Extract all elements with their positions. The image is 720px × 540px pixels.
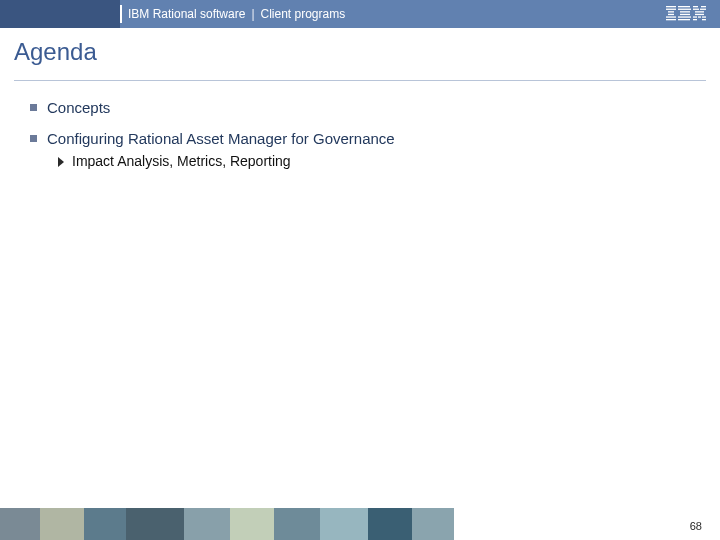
footer-tile [230, 508, 274, 540]
svg-rect-12 [693, 6, 698, 7]
svg-rect-13 [701, 6, 706, 7]
list-item: Concepts [30, 99, 720, 116]
svg-rect-5 [666, 19, 676, 20]
footer-tile [412, 508, 454, 540]
svg-rect-7 [678, 9, 691, 10]
svg-rect-15 [700, 9, 706, 10]
bullet-text: Configuring Rational Asset Manager for G… [47, 130, 395, 147]
header-separator: | [251, 7, 254, 21]
sub-bullet-text: Impact Analysis, Metrics, Reporting [72, 153, 291, 169]
svg-rect-14 [693, 9, 699, 10]
header-section: Client programs [261, 7, 346, 21]
svg-rect-6 [678, 6, 690, 7]
header-divider [120, 5, 122, 23]
square-bullet-icon [30, 104, 37, 111]
svg-rect-9 [680, 14, 690, 15]
list-item: Configuring Rational Asset Manager for G… [30, 130, 720, 147]
svg-rect-10 [678, 16, 691, 17]
footer: 68 [0, 488, 720, 540]
svg-rect-22 [702, 19, 706, 20]
square-bullet-icon [30, 135, 37, 142]
header-accent-block [0, 0, 120, 28]
sub-list-item: Impact Analysis, Metrics, Reporting [58, 153, 720, 169]
content-area: Concepts Configuring Rational Asset Mana… [0, 81, 720, 169]
footer-image-band [0, 508, 720, 540]
page-title: Agenda [0, 28, 720, 66]
page-number: 68 [690, 520, 702, 532]
footer-tile [320, 508, 368, 540]
svg-rect-4 [666, 16, 676, 17]
ibm-logo-icon [666, 6, 706, 26]
footer-tile [40, 508, 84, 540]
svg-rect-8 [680, 11, 690, 12]
svg-rect-19 [698, 16, 701, 17]
footer-tile [368, 508, 412, 540]
svg-rect-11 [678, 19, 690, 20]
footer-tile [274, 508, 320, 540]
bullet-text: Concepts [47, 99, 110, 116]
svg-rect-3 [668, 14, 674, 15]
svg-rect-0 [666, 6, 676, 7]
svg-rect-1 [666, 9, 676, 10]
svg-rect-16 [695, 11, 704, 12]
svg-rect-17 [695, 14, 704, 15]
header-text: IBM Rational software | Client programs [128, 7, 345, 21]
footer-tile [126, 508, 184, 540]
footer-tile [454, 508, 720, 540]
footer-tile [0, 508, 40, 540]
header-brand: IBM Rational software [128, 7, 245, 21]
footer-tile [84, 508, 126, 540]
svg-rect-2 [668, 11, 674, 12]
svg-rect-20 [702, 16, 706, 17]
arrow-bullet-icon [58, 157, 64, 167]
svg-rect-18 [693, 16, 697, 17]
header-bar: IBM Rational software | Client programs [0, 0, 720, 28]
svg-rect-21 [693, 19, 697, 20]
footer-tile [184, 508, 230, 540]
